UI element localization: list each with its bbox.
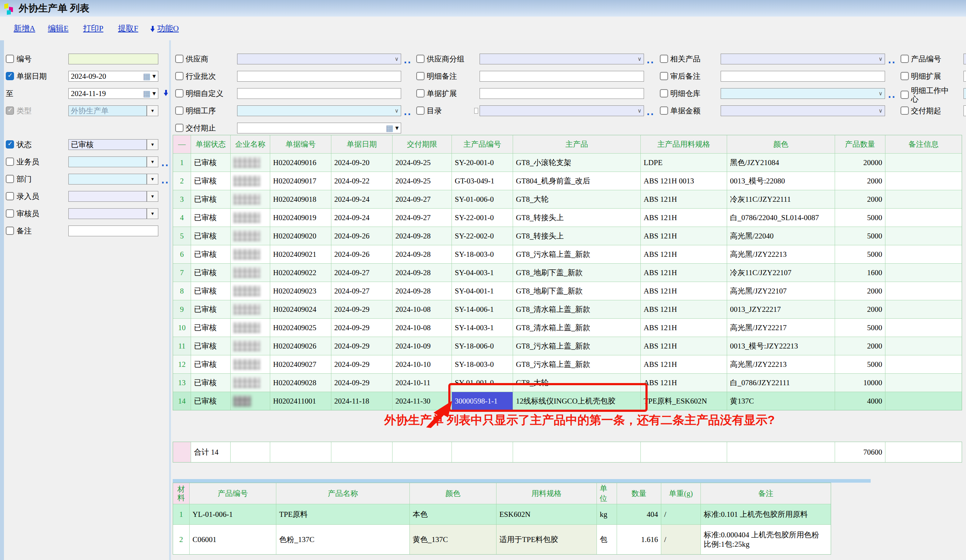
header-material-unit[interactable]: 单位 <box>597 483 617 504</box>
filter-detail-custom-input[interactable] <box>237 88 401 99</box>
material-table-splitter[interactable] <box>173 479 871 483</box>
extract-button[interactable]: 提取F <box>118 23 138 34</box>
header-product[interactable]: 主产品 <box>513 135 641 153</box>
dropdown-button[interactable]: ▼ <box>147 139 158 150</box>
filter-no-input[interactable] <box>68 54 158 64</box>
filter-docdate-from-input[interactable]: 2024-09-20 ▦ ▼ <box>68 71 158 82</box>
filter-industry-batch-input[interactable] <box>237 71 401 82</box>
filter-detail-remark-input[interactable] <box>480 71 644 82</box>
filter-supplier-checkbox[interactable] <box>175 55 184 63</box>
filter-auditor-checkbox[interactable] <box>6 209 14 218</box>
filter-department-checkbox[interactable] <box>6 175 14 183</box>
table-row[interactable]: 1 已审核 H0202409016 2024-09-20 2024-09-25 … <box>173 154 962 172</box>
filter-salesman-combo[interactable] <box>68 156 147 167</box>
filter-docdate-to-input[interactable]: 2024-11-19 ▦ ▼ <box>68 88 158 99</box>
material-row[interactable]: 2 C06001 色粉_137C 黄色_137C 适用于TPE料包胶 包 1.6… <box>173 525 831 554</box>
filter-department-combo[interactable] <box>68 174 147 184</box>
more-button[interactable]: .. <box>647 107 654 117</box>
catalog-handle[interactable] <box>474 108 478 114</box>
table-row[interactable]: 7 已审核 H0202409022 2024-09-27 2024-09-28 … <box>173 264 962 282</box>
filter-remark-input[interactable] <box>68 225 158 236</box>
filter-product-no-combo[interactable] <box>963 54 966 64</box>
dropdown-arrow-icon[interactable]: ▼ <box>153 74 156 79</box>
filter-docdate-checkbox[interactable] <box>6 72 14 80</box>
filter-detail-process-checkbox[interactable] <box>175 107 184 115</box>
filter-catalog-combo[interactable]: ∨ <box>480 105 644 116</box>
filter-detail-warehouse-combo[interactable]: ∨ <box>721 88 885 99</box>
filter-detail-process-combo[interactable]: ∨ <box>237 105 401 116</box>
filter-delivery-start-checkbox[interactable] <box>900 107 909 115</box>
print-button[interactable]: 打印P <box>83 23 103 34</box>
filter-no-checkbox[interactable] <box>6 55 14 63</box>
filter-remark-checkbox[interactable] <box>6 227 14 235</box>
header-company[interactable]: 企业名称 <box>231 135 270 153</box>
more-button[interactable]: .. <box>647 56 654 66</box>
filter-entry-clerk-checkbox[interactable] <box>6 192 14 200</box>
header-material-spec[interactable]: 用料规格 <box>496 483 597 504</box>
filter-entry-clerk-combo[interactable] <box>68 191 147 202</box>
edit-button[interactable]: 编辑E <box>48 23 68 34</box>
more-button[interactable]: .. <box>888 90 896 100</box>
header-doc-no[interactable]: 单据编号 <box>270 135 331 153</box>
header-material-name[interactable]: 产品名称 <box>276 483 410 504</box>
header-material-unit-weight[interactable]: 单重(g) <box>661 483 701 504</box>
dropdown-button[interactable]: ▼ <box>147 174 158 184</box>
filter-post-audit-remark-input[interactable] <box>721 71 885 82</box>
function-button[interactable]: 功能O <box>150 23 179 34</box>
filter-detail-workcenter-combo[interactable] <box>963 88 966 99</box>
table-row[interactable]: 6 已审核 H0202409021 2024-09-26 2024-09-28 … <box>173 245 962 264</box>
new-button[interactable]: 新增A <box>14 23 35 34</box>
filter-detail-remark-checkbox[interactable] <box>416 72 424 80</box>
more-button[interactable]: .. <box>404 56 412 66</box>
table-row[interactable]: 11 已审核 H0202409026 2024-09-29 2024-10-09… <box>173 337 962 355</box>
more-button[interactable]: .. <box>161 176 169 186</box>
filter-doc-expand-checkbox[interactable] <box>416 89 424 97</box>
header-delivery[interactable]: 交付期限 <box>393 135 452 153</box>
filter-delivery-end-input[interactable]: ▦ ▼ <box>237 123 401 133</box>
filter-status-combo[interactable]: 已审核 <box>68 139 147 150</box>
filter-detail-warehouse-checkbox[interactable] <box>660 89 668 97</box>
header-product-code[interactable]: 主产品编号 <box>452 135 513 153</box>
filter-doc-expand-input[interactable] <box>480 88 644 99</box>
header-doc-date[interactable]: 单据日期 <box>331 135 393 153</box>
table-row[interactable]: 12 已审核 H0202409027 2024-09-29 2024-10-10… <box>173 355 962 374</box>
filter-catalog-checkbox[interactable] <box>416 107 424 115</box>
header-remark[interactable]: 备注信息 <box>886 135 962 153</box>
header-material-qty[interactable]: 数量 <box>617 483 661 504</box>
filter-supplier-group-checkbox[interactable] <box>416 55 424 63</box>
dropdown-arrow-icon[interactable]: ▼ <box>153 91 156 96</box>
more-button[interactable]: .. <box>404 107 412 117</box>
dropdown-button[interactable]: ▼ <box>147 156 158 167</box>
header-material-remark[interactable]: 备注 <box>701 483 831 504</box>
filter-related-product-checkbox[interactable] <box>660 55 668 63</box>
filter-status-checkbox[interactable] <box>6 140 14 149</box>
filter-auditor-combo[interactable] <box>68 208 147 219</box>
table-row[interactable]: 2 已审核 H0202409017 2024-09-22 2024-09-25 … <box>173 172 962 190</box>
header-seq[interactable]: — <box>173 135 191 153</box>
date-shift-down-icon[interactable] <box>164 90 168 96</box>
header-material-color[interactable]: 颜色 <box>410 483 496 504</box>
header-color[interactable]: 颜色 <box>727 135 835 153</box>
header-doc-status[interactable]: 单据状态 <box>191 135 231 153</box>
table-row[interactable]: 9 已审核 H0202409024 2024-09-29 2024-10-08 … <box>173 301 962 319</box>
filter-salesman-checkbox[interactable] <box>6 158 14 166</box>
filter-doc-amount-combo[interactable]: ∨ <box>721 105 885 116</box>
dropdown-button[interactable]: ▼ <box>147 105 158 116</box>
filter-product-no-checkbox[interactable] <box>900 55 909 63</box>
more-button[interactable]: .. <box>161 158 169 168</box>
filter-detail-expand-input[interactable] <box>963 71 966 82</box>
header-qty[interactable]: 产品数量 <box>835 135 886 153</box>
filter-detail-expand-checkbox[interactable] <box>900 72 909 80</box>
dropdown-arrow-icon[interactable]: ▼ <box>395 125 399 131</box>
filter-supplier-combo[interactable]: ∨ <box>237 54 401 64</box>
material-row[interactable]: 1 YL-01-006-1 TPE原料 本色 ESK602N kg 404 / … <box>173 504 831 525</box>
table-row[interactable]: 4 已审核 H0202409019 2024-09-24 2024-09-27 … <box>173 209 962 227</box>
filter-detail-workcenter-checkbox[interactable] <box>900 90 909 99</box>
dropdown-button[interactable]: ▼ <box>147 191 158 202</box>
table-row[interactable]: 8 已审核 H0202409023 2024-09-27 2024-09-28 … <box>173 282 962 301</box>
filter-doc-amount-checkbox[interactable] <box>660 107 668 115</box>
filter-delivery-start-input[interactable] <box>963 105 966 116</box>
dropdown-button[interactable]: ▼ <box>147 208 158 219</box>
header-material-code[interactable]: 产品编号 <box>190 483 276 504</box>
filter-industry-batch-checkbox[interactable] <box>175 72 184 80</box>
